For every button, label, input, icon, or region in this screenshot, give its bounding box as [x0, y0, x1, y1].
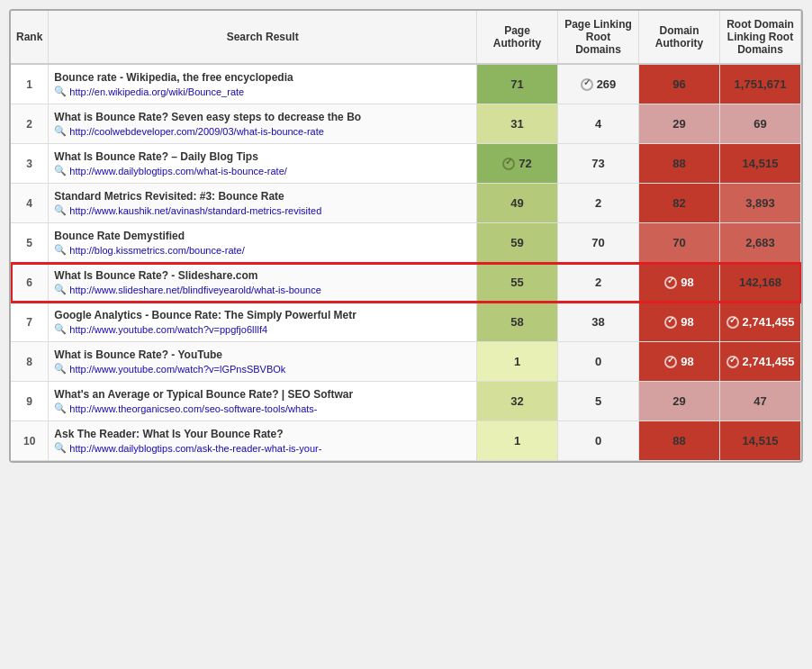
table-row: 8What is Bounce Rate? - YouTube🔍http://w… [11, 342, 801, 382]
rank-cell: 8 [11, 342, 49, 382]
metric-with-check: ✓98 [645, 315, 714, 329]
table-row: 7Google Analytics - Bounce Rate: The Sim… [11, 303, 801, 342]
page-authority-cell: 71 [477, 64, 558, 104]
result-url[interactable]: 🔍http://www.slideshare.net/blindfiveyear… [54, 284, 471, 295]
search-result-cell: Bounce Rate Demystified🔍http://blog.kiss… [49, 223, 477, 263]
page-authority-cell: 1 [477, 421, 558, 461]
search-result-cell: Ask The Reader: What Is Your Bounce Rate… [49, 421, 477, 461]
result-title: Google Analytics - Bounce Rate: The Simp… [54, 309, 471, 321]
page-linking-root-domains-cell: 2 [558, 263, 639, 303]
result-title: Ask The Reader: What Is Your Bounce Rate… [54, 428, 471, 440]
results-table: Rank Search Result Page Authority Page L… [11, 11, 801, 461]
table-header-row: Rank Search Result Page Authority Page L… [11, 11, 801, 64]
main-container: Rank Search Result Page Authority Page L… [9, 9, 803, 463]
metric-with-check: ✓269 [564, 77, 633, 91]
magnify-icon: 🔍 [54, 86, 67, 97]
metric-with-check: ✓2,741,455 [726, 315, 795, 329]
url-text: http://www.kaushik.net/avinash/standard-… [69, 205, 321, 216]
table-row: 1Bounce rate - Wikipedia, the free encyc… [11, 64, 801, 104]
rank-cell: 2 [11, 104, 49, 144]
rank-cell: 3 [11, 144, 49, 184]
page-linking-root-domains-header: Page Linking RootDomains [558, 11, 639, 64]
domain-authority-cell: 70 [639, 223, 720, 263]
root-domain-linking-cell: 47 [720, 382, 801, 421]
url-text: http://www.dailyblogtips.com/ask-the-rea… [69, 443, 321, 454]
search-result-cell: What Is Bounce Rate? - Slideshare.com🔍ht… [49, 263, 477, 303]
page-linking-root-domains-cell: 0 [558, 342, 639, 382]
domain-authority-cell: ✓98 [639, 342, 720, 382]
table-row: 2What is Bounce Rate? Seven easy steps t… [11, 104, 801, 144]
check-icon: ✓ [726, 316, 739, 329]
result-url[interactable]: 🔍http://www.kaushik.net/avinash/standard… [54, 204, 471, 216]
domain-authority-cell: 29 [639, 104, 720, 144]
result-title: What's an Average or Typical Bounce Rate… [54, 388, 471, 401]
result-url[interactable]: 🔍http://www.theorganicseo.com/seo-softwa… [54, 402, 471, 414]
result-title: Bounce rate - Wikipedia, the free encycl… [54, 71, 471, 84]
root-domain-linking-cell: 14,515 [720, 421, 801, 461]
rank-cell: 7 [11, 303, 49, 342]
page-linking-root-domains-cell: 0 [558, 421, 639, 461]
domain-authority-header: Domain Authority [639, 11, 720, 64]
result-url[interactable]: 🔍http://coolwebdeveloper.com/2009/03/wha… [54, 125, 471, 137]
page-authority-cell: 59 [477, 223, 558, 263]
result-title: Bounce Rate Demystified [54, 230, 471, 242]
metric-with-check: ✓72 [483, 157, 552, 170]
result-title: What Is Bounce Rate? – Daily Blog Tips [54, 150, 471, 163]
page-linking-root-domains-cell: 70 [558, 223, 639, 263]
url-text: http://www.theorganicseo.com/seo-softwar… [69, 403, 317, 414]
check-icon: ✓ [581, 78, 593, 91]
rank-cell: 10 [11, 421, 49, 461]
search-result-cell: What is Bounce Rate? - YouTube🔍http://ww… [49, 342, 477, 382]
result-url[interactable]: 🔍http://www.dailyblogtips.com/what-is-bo… [54, 165, 471, 176]
root-domain-linking-cell: 3,893 [720, 184, 801, 223]
search-result-cell: What Is Bounce Rate? – Daily Blog Tips🔍h… [49, 144, 477, 184]
magnify-icon: 🔍 [54, 363, 67, 375]
table-row: 4Standard Metrics Revisited: #3: Bounce … [11, 184, 801, 223]
result-title: Standard Metrics Revisited: #3: Bounce R… [54, 190, 471, 203]
page-authority-cell: ✓72 [477, 144, 558, 184]
magnify-icon: 🔍 [54, 165, 67, 176]
domain-authority-cell: 88 [639, 144, 720, 184]
root-domain-linking-cell: 69 [720, 104, 801, 144]
check-icon: ✓ [664, 276, 677, 289]
result-url[interactable]: 🔍http://www.dailyblogtips.com/ask-the-re… [54, 442, 471, 454]
domain-authority-cell: ✓98 [639, 263, 720, 303]
search-result-cell: Google Analytics - Bounce Rate: The Simp… [49, 303, 477, 342]
result-url[interactable]: 🔍http://www.youtube.com/watch?v=ppgfjo6l… [54, 323, 471, 335]
check-icon: ✓ [502, 158, 515, 170]
search-result-cell: Standard Metrics Revisited: #3: Bounce R… [49, 184, 477, 223]
result-title: What Is Bounce Rate? - Slideshare.com [54, 269, 471, 282]
page-linking-root-domains-cell: ✓269 [558, 64, 639, 104]
rank-cell: 5 [11, 223, 49, 263]
page-linking-root-domains-cell: 5 [558, 382, 639, 421]
page-linking-root-domains-cell: 2 [558, 184, 639, 223]
page-linking-root-domains-cell: 73 [558, 144, 639, 184]
search-result-header: Search Result [49, 11, 477, 64]
table-row: 6What Is Bounce Rate? - Slideshare.com🔍h… [11, 263, 801, 303]
url-text: http://www.youtube.com/watch?v=ppgfjo6lI… [69, 324, 267, 335]
result-url[interactable]: 🔍http://en.wikipedia.org/wiki/Bounce_rat… [54, 86, 471, 97]
root-domain-linking-cell: ✓2,741,455 [720, 342, 801, 382]
magnify-icon: 🔍 [54, 284, 67, 295]
check-icon: ✓ [664, 316, 677, 329]
metric-with-check: ✓98 [645, 276, 714, 289]
search-result-cell: Bounce rate - Wikipedia, the free encycl… [49, 64, 477, 104]
result-url[interactable]: 🔍http://www.youtube.com/watch?v=lGPnsSBV… [54, 363, 471, 375]
table-row: 10Ask The Reader: What Is Your Bounce Ra… [11, 421, 801, 461]
domain-authority-cell: 29 [639, 382, 720, 421]
check-icon: ✓ [726, 356, 739, 368]
check-icon: ✓ [664, 356, 677, 368]
rank-cell: 9 [11, 382, 49, 421]
rank-cell: 6 [11, 263, 49, 303]
search-result-cell: What is Bounce Rate? Seven easy steps to… [49, 104, 477, 144]
result-title: What is Bounce Rate? Seven easy steps to… [54, 111, 471, 123]
magnify-icon: 🔍 [54, 323, 67, 335]
rank-header: Rank [11, 11, 49, 64]
root-domain-linking-cell: 2,683 [720, 223, 801, 263]
page-authority-cell: 49 [477, 184, 558, 223]
table-row: 3What Is Bounce Rate? – Daily Blog Tips🔍… [11, 144, 801, 184]
page-linking-root-domains-cell: 4 [558, 104, 639, 144]
page-authority-cell: 32 [477, 382, 558, 421]
result-url[interactable]: 🔍http://blog.kissmetrics.com/bounce-rate… [54, 244, 471, 256]
url-text: http://www.dailyblogtips.com/what-is-bou… [69, 166, 287, 176]
